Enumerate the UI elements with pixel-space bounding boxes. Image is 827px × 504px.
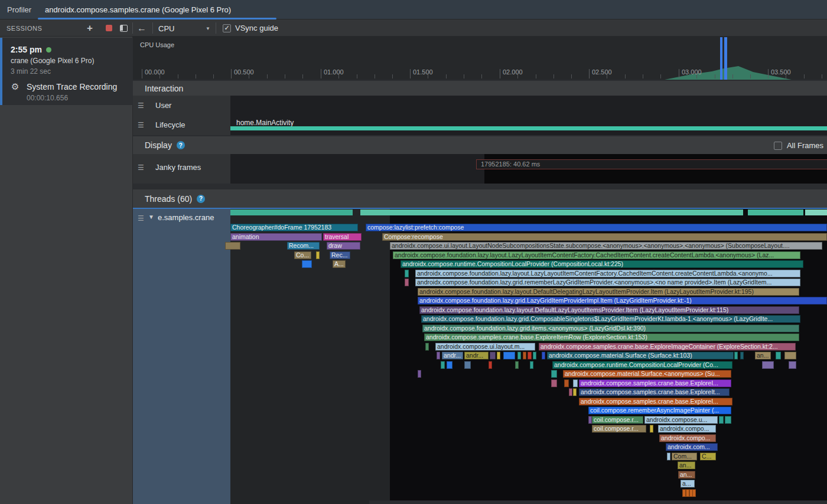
lifecycle-event-bar[interactable] — [230, 126, 827, 130]
trace-span[interactable] — [405, 279, 409, 286]
trace-span[interactable] — [784, 352, 796, 359]
trace-span[interactable] — [503, 352, 515, 359]
trace-span[interactable]: androidx.compose.foundation.lazy.layout.… — [418, 288, 799, 296]
trace-span[interactable]: androidx.compose.foundation.lazy.layout.… — [415, 270, 800, 277]
trace-span[interactable] — [725, 416, 731, 424]
trace-span[interactable] — [740, 352, 744, 359]
trace-span[interactable] — [762, 361, 774, 369]
trace-span[interactable]: traversal — [323, 233, 362, 241]
trace-span[interactable]: an... — [678, 471, 695, 479]
trace-span[interactable]: compose:lazylist:prefetch:compose — [366, 224, 827, 231]
user-lane-track[interactable] — [230, 96, 827, 115]
trace-span[interactable]: Choreographer#doFrame 17952183 — [230, 224, 358, 231]
thread-state-segment[interactable] — [805, 210, 827, 215]
trace-span[interactable]: androidx.compose.ui.layout.m... — [435, 343, 535, 351]
session-card[interactable]: 2:55 pm crane (Google Pixel 6 Pro) 3 min… — [0, 38, 133, 105]
trace-span[interactable] — [719, 416, 724, 424]
trace-span[interactable]: animation — [230, 233, 322, 241]
drag-handle-icon[interactable]: ☰ — [138, 121, 144, 129]
trace-span[interactable] — [573, 379, 578, 387]
trace-span[interactable] — [302, 260, 312, 268]
tab-session[interactable]: androidx.compose.samples.crane (Google P… — [45, 0, 231, 19]
trace-span[interactable] — [418, 370, 421, 378]
trace-span[interactable]: an... — [755, 352, 771, 359]
trace-span[interactable]: androidx.compose.runtime.CompositionLoca… — [552, 361, 732, 369]
help-icon[interactable]: ? — [197, 195, 205, 203]
trace-span[interactable] — [515, 361, 519, 369]
trace-span[interactable]: Com... — [672, 453, 697, 460]
stop-recording-button[interactable] — [103, 19, 115, 37]
trace-span[interactable]: coil.compose.r... — [592, 425, 646, 433]
trace-span[interactable]: androidx.compose.samples.crane.base.Expl… — [539, 343, 796, 351]
trace-span[interactable]: andr... — [464, 352, 489, 359]
trace-span[interactable] — [734, 352, 738, 359]
trace-span[interactable] — [425, 343, 429, 351]
trace-span[interactable] — [225, 242, 240, 250]
all-frames-checkbox[interactable] — [774, 142, 782, 150]
vsync-guide-toggle[interactable]: ✓ VSync guide — [223, 24, 278, 32]
vsync-checkbox[interactable]: ✓ — [223, 24, 231, 32]
trace-span[interactable]: C... — [700, 453, 716, 460]
recording-title[interactable]: System Trace Recording — [27, 82, 117, 91]
display-section-header[interactable]: Display ? All Frames — [133, 136, 827, 154]
trace-span[interactable]: androidx.compose.runtime.CompositionLoca… — [401, 260, 803, 268]
trace-span[interactable] — [489, 361, 492, 369]
trace-span[interactable]: androidx.compose.foundation.lazy.layout.… — [419, 306, 799, 314]
trace-span[interactable] — [533, 352, 536, 359]
trace-span[interactable] — [789, 361, 796, 369]
trace-span[interactable]: androidx.compose.foundation.lazy.grid.re… — [415, 279, 800, 286]
trace-span[interactable]: coil.compose.r... — [592, 416, 643, 424]
threads-section-header[interactable]: Threads (60) ? — [133, 189, 827, 208]
trace-span[interactable] — [530, 361, 533, 369]
trace-span[interactable]: androidx.compose.material.Surface.<anony… — [563, 370, 731, 378]
time-axis[interactable]: 00.00000.50001.00001.50002.00002.50003.0… — [133, 66, 827, 80]
trace-span[interactable] — [405, 270, 409, 277]
trace-span[interactable] — [316, 251, 320, 259]
trace-span[interactable]: androidx.compose.foundation.lazy.grid.Co… — [421, 315, 800, 323]
trace-span[interactable]: androidx.compose.samples.crane.base.Expl… — [579, 379, 731, 387]
profiler-type-dropdown[interactable]: CPU ▼ — [158, 23, 213, 34]
trace-span[interactable] — [447, 361, 452, 369]
tab-profiler[interactable]: Profiler — [7, 0, 31, 19]
help-icon[interactable]: ? — [177, 141, 185, 149]
trace-span[interactable]: androidx.compo... — [658, 425, 716, 433]
trace-span[interactable] — [441, 361, 445, 369]
collapse-thread-icon[interactable]: ▼ — [148, 214, 154, 220]
trace-span[interactable]: androidx.compose.samples.crane.base.Expl… — [579, 398, 732, 405]
trace-span[interactable]: andr... — [442, 352, 463, 359]
trace-span[interactable] — [517, 352, 521, 359]
trace-span[interactable]: androidx.compose.foundation.lazy.layout.… — [393, 251, 800, 259]
trace-span[interactable] — [464, 361, 471, 369]
toggle-panel-button[interactable] — [118, 19, 129, 37]
trace-span[interactable] — [573, 388, 577, 396]
trace-span[interactable] — [650, 425, 653, 433]
trace-span[interactable] — [497, 352, 500, 359]
trace-span[interactable]: coil.compose.rememberAsyncImagePainter (… — [588, 407, 731, 414]
trace-span[interactable]: androidx.compo... — [659, 434, 716, 442]
trace-span[interactable]: draw — [327, 242, 360, 250]
trace-span[interactable] — [437, 352, 440, 359]
trace-span[interactable]: androidx.compose.samples.crane.base.Expl… — [579, 388, 730, 396]
drag-handle-icon[interactable]: ☰ — [138, 163, 144, 172]
janky-frames-track[interactable]: 17952185: 40.62 ms — [230, 154, 827, 184]
lifecycle-lane-track[interactable]: home.MainActivity — [230, 115, 827, 135]
trace-span[interactable]: androidx.com... — [666, 443, 718, 451]
trace-span[interactable] — [564, 379, 569, 387]
interaction-section-header[interactable]: Interaction — [133, 81, 827, 96]
trace-span[interactable] — [569, 388, 572, 396]
back-button[interactable]: ← — [135, 19, 148, 37]
trace-span[interactable] — [528, 352, 532, 359]
trace-span[interactable] — [523, 352, 526, 359]
trace-span[interactable]: androidx.compose.ui.layout.LayoutNodeSub… — [390, 242, 822, 250]
trace-span[interactable]: Recom... — [287, 242, 320, 250]
trace-span[interactable] — [692, 489, 696, 497]
trace-span[interactable] — [490, 352, 496, 359]
trace-span[interactable]: androidx.compose.material.Surface (Surfa… — [547, 352, 734, 359]
drag-handle-icon[interactable]: ☰ — [138, 214, 144, 222]
thread-state-segment[interactable] — [748, 210, 803, 215]
trace-span[interactable]: an... — [678, 462, 695, 469]
thread-state-segment[interactable] — [360, 210, 743, 215]
trace-span[interactable]: androidx.compose.u... — [644, 416, 718, 424]
drag-handle-icon[interactable]: ☰ — [138, 102, 144, 110]
trace-span[interactable] — [551, 370, 557, 378]
